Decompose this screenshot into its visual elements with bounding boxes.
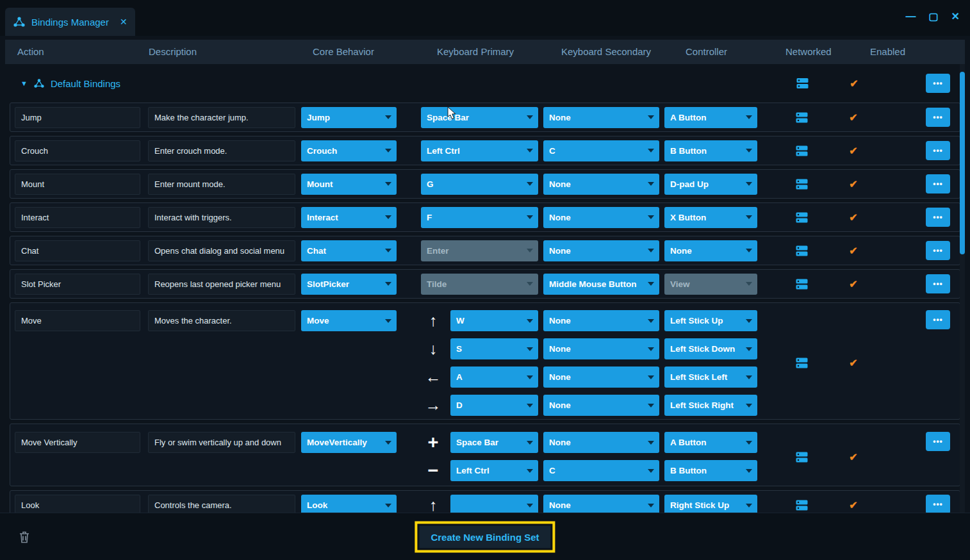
networked-icon[interactable] [789,447,814,468]
core-behavior-dropdown[interactable]: Interact [301,207,397,228]
more-options-button[interactable]: ••• [926,108,950,127]
default-bindings-group[interactable]: ▼ Default Bindings ✔ ••• [5,64,965,103]
action-field[interactable]: Crouch [15,140,140,161]
keyboard-secondary-dropdown[interactable]: None [543,310,659,331]
controller-dropdown[interactable]: Left Stick Right [664,395,757,416]
maximize-button[interactable]: ▢ [928,10,938,23]
more-options-button[interactable]: ••• [926,74,950,93]
more-options-button[interactable]: ••• [926,274,950,293]
action-field[interactable]: Look [15,495,140,513]
keyboard-primary-dropdown[interactable]: A [450,366,538,388]
controller-dropdown[interactable]: D-pad Up [664,174,757,195]
tab-bindings-manager[interactable]: Bindings Manager ✕ [5,8,135,36]
networked-icon[interactable] [789,274,814,295]
keyboard-secondary-dropdown[interactable]: None [543,395,659,416]
more-options-button[interactable]: ••• [926,495,950,513]
controller-dropdown[interactable]: X Button [664,207,757,228]
core-behavior-dropdown[interactable]: Crouch [301,140,397,161]
networked-icon[interactable] [789,140,814,161]
core-behavior-dropdown[interactable]: Look [301,495,397,513]
networked-icon[interactable] [789,207,814,228]
action-field[interactable]: Move Vertically [15,432,140,453]
collapse-caret-icon[interactable]: ▼ [21,79,28,87]
enabled-checkbox[interactable]: ✔ [841,174,866,195]
keyboard-secondary-dropdown[interactable]: Middle Mouse Button [543,274,659,295]
enabled-checkbox[interactable]: ✔ [841,274,866,295]
tab-close-icon[interactable]: ✕ [120,17,127,27]
controller-dropdown[interactable]: A Button [664,432,757,453]
controller-dropdown[interactable]: Right Stick Up [664,495,757,513]
core-behavior-dropdown[interactable]: Mount [301,174,397,195]
keyboard-primary-dropdown[interactable]: G [421,174,538,195]
controller-dropdown[interactable]: B Button [664,460,757,481]
keyboard-primary-dropdown[interactable]: Space Bar [450,432,538,453]
keyboard-primary-dropdown[interactable]: W [450,310,538,331]
enabled-checkbox[interactable]: ✔ [841,107,866,128]
action-field[interactable]: Slot Picker [15,274,140,295]
more-options-button[interactable]: ••• [926,241,950,260]
keyboard-primary-dropdown[interactable]: Left Ctrl [421,140,538,161]
more-options-button[interactable]: ••• [926,432,950,451]
more-options-button[interactable]: ••• [926,141,950,160]
description-field[interactable]: Interact with triggers. [148,207,295,228]
enabled-checkbox[interactable]: ✔ [841,447,866,468]
controller-dropdown[interactable]: Left Stick Left [664,366,757,388]
description-field[interactable]: Moves the character. [148,310,295,331]
action-field[interactable]: Move [15,310,140,331]
keyboard-secondary-dropdown[interactable]: None [543,495,659,513]
keyboard-secondary-dropdown[interactable]: None [543,174,659,195]
enabled-checkbox[interactable]: ✔ [841,495,866,513]
enabled-checkbox[interactable]: ✔ [841,73,867,94]
keyboard-secondary-dropdown[interactable]: C [543,460,659,481]
keyboard-secondary-dropdown[interactable]: None [543,107,659,128]
action-field[interactable]: Chat [15,240,140,261]
keyboard-secondary-dropdown[interactable]: C [543,140,659,161]
controller-dropdown[interactable]: Left Stick Up [664,310,757,331]
action-field[interactable]: Jump [15,107,140,128]
keyboard-primary-dropdown[interactable]: Left Ctrl [450,460,538,481]
description-field[interactable]: Controls the camera. [148,495,295,513]
description-field[interactable]: Make the character jump. [148,107,295,128]
action-field[interactable]: Interact [15,207,140,228]
keyboard-secondary-dropdown[interactable]: None [543,240,659,261]
networked-icon[interactable] [789,174,814,195]
keyboard-primary-dropdown[interactable] [450,495,538,513]
description-field[interactable]: Enter mount mode. [148,174,295,195]
minimize-button[interactable]: — [905,10,916,23]
description-field[interactable]: Enter crouch mode. [148,140,295,161]
networked-icon[interactable] [789,107,814,128]
keyboard-secondary-dropdown[interactable]: None [543,207,659,228]
more-options-button[interactable]: ••• [926,174,950,194]
keyboard-secondary-dropdown[interactable]: None [543,432,659,453]
keyboard-primary-dropdown[interactable]: D [450,395,538,416]
enabled-checkbox[interactable]: ✔ [841,140,866,161]
core-behavior-dropdown[interactable]: Jump [301,107,397,128]
more-options-button[interactable]: ••• [926,310,950,329]
controller-dropdown[interactable]: A Button [664,107,757,128]
description-field[interactable]: Opens chat dialog and social menu [148,240,295,261]
enabled-checkbox[interactable]: ✔ [841,240,866,261]
core-behavior-dropdown[interactable]: Move [301,310,397,331]
description-field[interactable]: Reopens last opened picker menu [148,274,295,295]
core-behavior-dropdown[interactable]: SlotPicker [301,274,397,295]
keyboard-primary-dropdown[interactable]: S [450,338,538,359]
close-button[interactable]: ✕ [951,10,960,23]
controller-dropdown[interactable]: Left Stick Down [664,338,757,359]
enabled-checkbox[interactable]: ✔ [841,352,866,374]
keyboard-primary-dropdown[interactable]: Space Bar [421,107,538,128]
scrollbar-thumb[interactable] [960,72,965,254]
delete-binding-set-button[interactable] [18,530,31,544]
networked-icon[interactable] [789,495,814,513]
keyboard-primary-dropdown[interactable]: F [421,207,538,228]
keyboard-secondary-dropdown[interactable]: None [543,366,659,388]
action-field[interactable]: Mount [15,174,140,195]
networked-icon[interactable] [789,73,815,94]
more-options-button[interactable]: ••• [926,208,950,227]
controller-dropdown[interactable]: None [664,240,757,261]
enabled-checkbox[interactable]: ✔ [841,207,866,228]
description-field[interactable]: Fly or swim vertically up and down [148,432,295,453]
keyboard-secondary-dropdown[interactable]: None [543,338,659,359]
create-new-binding-set-button[interactable]: Create New Binding Set [419,525,550,548]
networked-icon[interactable] [789,352,814,374]
networked-icon[interactable] [789,240,814,261]
